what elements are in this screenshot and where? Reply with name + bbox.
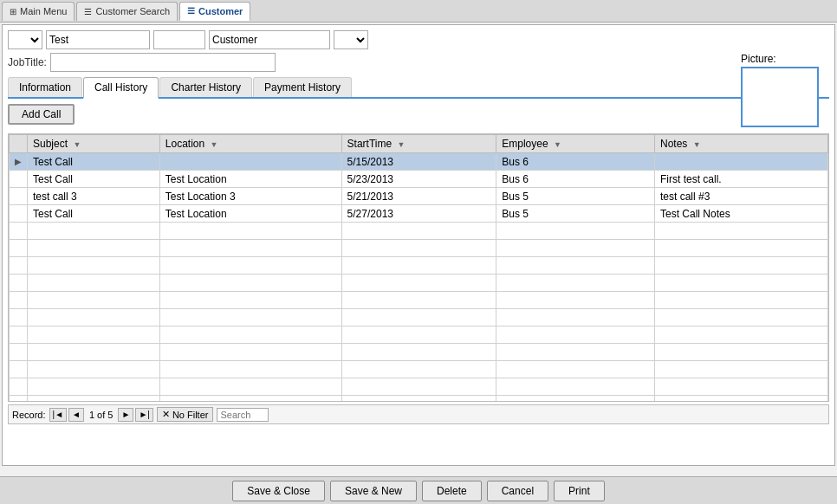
col-indicator	[10, 135, 28, 153]
picture-box	[741, 67, 819, 127]
tab-payment-history[interactable]: Payment History	[253, 77, 352, 97]
tab-call-history[interactable]: Call History	[83, 77, 159, 99]
save-new-button[interactable]: Save & New	[330, 481, 417, 501]
add-call-button[interactable]: Add Call	[8, 104, 75, 125]
table-row-empty	[10, 361, 828, 378]
call-history-table: Subject ▼ Location ▼ StartTime ▼ Employe…	[8, 133, 829, 402]
table-row-empty	[10, 223, 828, 240]
notes-sort-icon: ▼	[693, 140, 701, 149]
suffix-select[interactable]	[334, 30, 368, 49]
record-label: Record:	[12, 410, 46, 420]
bottom-bar: Save & Close Save & New Delete Cancel Pr…	[0, 476, 837, 504]
customer-search-icon: ☰	[84, 7, 92, 16]
customer-type-input[interactable]: Customer	[209, 30, 330, 49]
tab-charter-history[interactable]: Charter History	[159, 77, 252, 97]
cell-employee: Bus 6	[496, 153, 655, 171]
cell-notes: test call #3	[655, 188, 828, 205]
col-starttime[interactable]: StartTime ▼	[341, 135, 496, 153]
table-row[interactable]: Test CallTest Location5/27/2013Bus 5Test…	[10, 205, 828, 223]
prev-record-btn[interactable]: ◄	[68, 408, 84, 422]
col-subject[interactable]: Subject ▼	[28, 135, 160, 153]
col-location[interactable]: Location ▼	[159, 135, 341, 153]
cell-subject: Test Call	[28, 171, 160, 188]
tab-customer[interactable]: ☰ Customer	[179, 2, 250, 21]
tab-information[interactable]: Information	[8, 77, 82, 97]
cell-start_time: 5/15/2013	[341, 153, 496, 171]
col-notes[interactable]: Notes ▼	[655, 135, 828, 153]
cell-notes: Test Call Notes	[655, 205, 828, 223]
last-record-btn[interactable]: ►|	[135, 408, 153, 422]
last-name-input[interactable]	[153, 30, 205, 49]
row-indicator	[10, 171, 28, 188]
print-button[interactable]: Print	[554, 481, 605, 501]
first-record-btn[interactable]: |◄	[49, 408, 68, 422]
next-record-btn[interactable]: ►	[118, 408, 133, 422]
delete-button[interactable]: Delete	[422, 481, 482, 501]
tab-customer-search[interactable]: ☰ Customer Search	[76, 2, 178, 21]
row-indicator	[10, 205, 28, 223]
record-count: 1 of 5	[89, 410, 114, 420]
table-row[interactable]: test call 3Test Location 35/21/2013Bus 5…	[10, 188, 828, 205]
table-row[interactable]: ▶Test Call5/15/2013Bus 6	[10, 153, 828, 171]
search-input[interactable]	[217, 408, 269, 422]
row-indicator: ▶	[10, 153, 28, 171]
col-employee[interactable]: Employee ▼	[496, 135, 655, 153]
cell-start_time: 5/23/2013	[341, 171, 496, 188]
table-row-empty	[10, 275, 828, 292]
customer-icon: ☰	[187, 6, 195, 16]
table-row-empty	[10, 309, 828, 326]
header-fields: Test Customer	[8, 30, 829, 49]
picture-area: Picture:	[741, 53, 819, 127]
row-indicator	[10, 188, 28, 205]
cell-start_time: 5/27/2013	[341, 205, 496, 223]
cell-employee: Bus 5	[496, 188, 655, 205]
cell-employee: Bus 6	[496, 171, 655, 188]
cell-location	[159, 153, 341, 171]
tab-main-menu[interactable]: ⊞ Main Menu	[2, 2, 75, 21]
job-title-row: JobTitle:	[8, 53, 829, 72]
job-title-input[interactable]	[50, 53, 276, 72]
cell-subject: test call 3	[28, 188, 160, 205]
cell-location: Test Location 3	[159, 188, 341, 205]
starttime-sort-icon: ▼	[398, 140, 406, 149]
filter-icon: ✕	[162, 409, 170, 420]
cancel-button[interactable]: Cancel	[487, 481, 548, 501]
picture-label: Picture:	[741, 53, 819, 65]
cell-location: Test Location	[159, 205, 341, 223]
record-navigation: |◄ ◄ 1 of 5 ► ►|	[49, 408, 153, 422]
subject-sort-icon: ▼	[73, 140, 81, 149]
cell-location: Test Location	[159, 171, 341, 188]
cell-notes: First test call.	[655, 171, 828, 188]
prefix-select[interactable]	[8, 30, 42, 49]
table-row-empty	[10, 396, 828, 403]
title-bar: ⊞ Main Menu ☰ Customer Search ☰ Customer	[0, 0, 837, 23]
cell-subject: Test Call	[28, 205, 160, 223]
table-row-empty	[10, 378, 828, 396]
status-bar: Record: |◄ ◄ 1 of 5 ► ►| ✕ No Filter	[8, 404, 829, 424]
table-row-empty	[10, 344, 828, 361]
cell-start_time: 5/21/2013	[341, 188, 496, 205]
table-row-empty	[10, 292, 828, 309]
table-row[interactable]: Test CallTest Location5/23/2013Bus 6Firs…	[10, 171, 828, 188]
table-row-empty	[10, 240, 828, 257]
location-sort-icon: ▼	[211, 140, 218, 149]
inner-tabs: Information Call History Charter History…	[8, 77, 829, 99]
cell-employee: Bus 5	[496, 205, 655, 223]
cell-notes	[655, 153, 828, 171]
main-menu-icon: ⊞	[10, 7, 16, 16]
job-title-label: JobTitle:	[8, 56, 47, 68]
first-name-input[interactable]: Test	[46, 30, 150, 49]
save-close-button[interactable]: Save & Close	[232, 481, 325, 501]
no-filter-btn[interactable]: ✕ No Filter	[157, 407, 214, 422]
employee-sort-icon: ▼	[554, 140, 561, 149]
table-row-empty	[10, 326, 828, 344]
table-row-empty	[10, 257, 828, 275]
cell-subject: Test Call	[28, 153, 160, 171]
